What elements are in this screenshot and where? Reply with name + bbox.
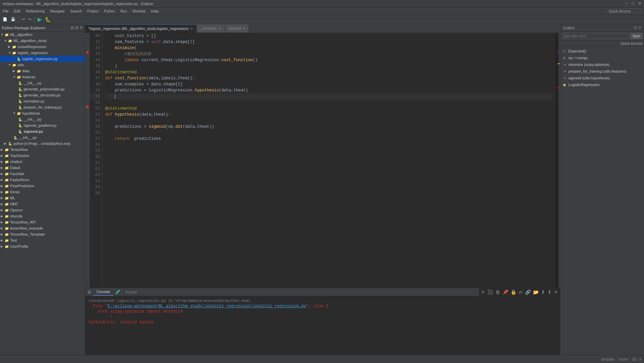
console-error-file[interactable]: File "E:\eclipse-workspace\ML_algorithm_… xyxy=(88,304,557,309)
toolbar-redo[interactable]: ↪ xyxy=(27,16,33,22)
sidebar-item-utils[interactable]: ▼ 📁 utils xyxy=(0,62,85,68)
outline-label-prepare: prepare_for_training (utils.features) xyxy=(568,69,626,73)
sidebar-item-ml[interactable]: ▶ 📁 ML xyxy=(0,195,85,201)
sidebar-item-shurufa[interactable]: ▶ 📁 shurufa xyxy=(0,213,85,219)
tab-close-minimize[interactable]: ✕ xyxy=(218,27,221,30)
menu-search[interactable]: Search xyxy=(67,7,84,14)
tab-logistic-regression[interactable]: *logistic_regression (ML_algorithm_study… xyxy=(85,24,197,33)
sidebar-item-chatbot[interactable]: ▶ 📁 chatbot xyxy=(0,159,85,165)
sidebar-item-sigmoid-grad[interactable]: 🐍 sigmoid_gradient.py xyxy=(0,122,85,128)
sidebar-item-ml-algorithm[interactable]: ▼ 📁 ML_algorithm xyxy=(0,32,85,38)
console-open-btn[interactable]: 📂 xyxy=(532,289,539,295)
sidebar-item-tensorflow-example[interactable]: ▶ 📁 tensorflow_example xyxy=(0,225,85,231)
sidebar-item-test[interactable]: ▶ 📁 Test xyxy=(0,237,85,243)
tab-close-logistic[interactable]: ✕ xyxy=(190,27,193,31)
menu-pydev[interactable]: PyDev xyxy=(102,7,118,14)
sidebar-item-prepare[interactable]: 🐍 prepare_for_training.py xyxy=(0,104,85,110)
folder-icon: 📁 xyxy=(11,44,17,49)
menu-window[interactable]: Window xyxy=(130,7,148,14)
folder-icon: 📁 xyxy=(4,165,9,170)
quick-access-label[interactable]: Quick Access xyxy=(606,8,641,14)
console-maximize-btn[interactable]: ⬆ xyxy=(547,289,552,295)
sidebar-item-linear-regression[interactable]: ▶ 📁 LinearRegression xyxy=(0,44,85,50)
sidebar-item-logistic-regression-py[interactable]: ▶ 🐍 logistic_regression.py xyxy=(0,56,85,62)
sidebar-item-ml-algorithm-study[interactable]: ▼ 📁 ML_algorithm_study xyxy=(0,38,85,44)
console-clear-btn[interactable]: ✕ xyxy=(480,289,486,295)
sidebar-item-topsolution[interactable]: ▶ 📁 TopSolution xyxy=(0,153,85,159)
outline-item-prepare[interactable]: ⇥ prepare_for_training (utils.features) xyxy=(562,68,643,75)
menu-project[interactable]: Project xyxy=(84,7,101,14)
menu-navigate[interactable]: Navigate xyxy=(47,7,67,14)
console-terminate-btn[interactable]: ⬛ xyxy=(487,289,494,295)
sidebar-item-init-utils[interactable]: 🐍 __init__.py xyxy=(0,134,85,140)
console-close-btn[interactable]: ✕ xyxy=(553,289,559,295)
console-pin-btn[interactable]: 📌 xyxy=(502,289,509,295)
sidebar-item-generate-poly[interactable]: 🐍 generate_polynomials.py xyxy=(0,86,85,92)
outline-item-logistic-class[interactable]: ◆ LogisticRegression xyxy=(562,81,643,88)
sidebar-item-fasterrcnn[interactable]: ▶ 📁 FasterRcnn xyxy=(0,177,85,183)
console-word-wrap-btn[interactable]: ⇄ xyxy=(518,289,523,295)
sidebar-item-nmt[interactable]: ▶ 📁 NMT xyxy=(0,201,85,207)
sidebar-item-facenet[interactable]: ▶ 📁 FaceNet xyxy=(0,171,85,177)
expand-icon: ▼ xyxy=(13,75,16,79)
sidebar: PyDev Package Explorer ⊟ ⇄ ✕ ▼ 📁 ML_algo… xyxy=(0,24,85,355)
tab-minimize[interactable]: _minimize ✕ xyxy=(197,24,225,33)
sidebar-sync-btn[interactable]: ⇄ xyxy=(75,26,78,30)
sidebar-item-keras[interactable]: ▶ 📁 Keras xyxy=(0,189,85,195)
sidebar-close-btn[interactable]: ✕ xyxy=(80,26,83,30)
menu-edit[interactable]: Edit xyxy=(11,7,23,14)
toolbar-run[interactable]: ▶ xyxy=(36,15,43,23)
sidebar-item-sigmoid-py[interactable]: 🐍 sigmoid.py xyxy=(0,128,85,134)
outline-filter-input[interactable] xyxy=(562,33,629,39)
sidebar-item-init-features[interactable]: 🐍 __init__.py xyxy=(0,80,85,86)
console-file-link[interactable]: E:\eclipse-workspace\ML_algorithm_study\… xyxy=(108,304,307,309)
folder-icon: 📁 xyxy=(16,111,22,116)
sidebar-item-generate-sin[interactable]: 🐍 generate_sinusoids.py xyxy=(0,92,85,98)
console-remove-btn[interactable]: 🗑 xyxy=(495,289,501,295)
menu-run[interactable]: Run xyxy=(118,7,130,14)
menu-refactoring[interactable]: Refactoring xyxy=(23,7,47,14)
sidebar-item-init-hyp[interactable]: 🐍 __init__.py xyxy=(0,116,85,122)
tab-close-sigmoid[interactable]: ✕ xyxy=(243,27,245,30)
outline-item-expected[interactable]: ⬡ Expected() xyxy=(562,48,643,54)
outline-item-minimize[interactable]: ⇥ minimize (scipy.optimize) xyxy=(562,61,643,68)
sidebar-item-dataa[interactable]: ▶ 📁 DataA xyxy=(0,165,85,171)
code-area[interactable]: cost_history = [] num_features = self.da… xyxy=(103,33,555,288)
sidebar-item-flowprediction[interactable]: ▶ 📁 FlowPrediction xyxy=(0,183,85,189)
sidebar-item-logistic-regression[interactable]: ▼ 📁 logistic_regression xyxy=(0,50,85,56)
tab-console[interactable]: Console xyxy=(93,288,113,296)
tab-label-sigmoid: sigmoid xyxy=(228,26,241,30)
sidebar-item-tensorflow-api[interactable]: ▶ 📁 Tensorflow_API xyxy=(0,219,85,225)
outline-close-btn[interactable]: ✕ xyxy=(638,26,641,30)
outline-item-np[interactable]: ≡ np = numpy xyxy=(562,54,643,61)
tab-sigmoid[interactable]: sigmoid ✕ xyxy=(225,24,249,33)
outline-start-btn[interactable]: Start xyxy=(630,33,643,39)
sidebar-item-tensorflow-template[interactable]: ▶ 📁 Tensorflow_Template xyxy=(0,231,85,237)
menu-file[interactable]: File xyxy=(0,7,11,14)
folder-icon: 📁 xyxy=(4,177,9,183)
tab-pyunit[interactable]: PyUnit xyxy=(122,288,140,296)
sidebar-item-data[interactable]: ▶ 📁 data xyxy=(0,68,85,74)
sidebar-item-opencv[interactable]: ▶ 📁 Opencv xyxy=(0,207,85,213)
toolbar-new[interactable]: 📄 xyxy=(1,16,9,22)
sidebar-collapse-btn[interactable]: ⊟ xyxy=(71,26,74,30)
outline-item-sigmoid-import[interactable]: ⇥ sigmoid (utils.hypothesis) xyxy=(562,75,643,81)
toolbar-undo[interactable]: ↩ xyxy=(21,16,26,22)
toolbar-debug[interactable]: 🐛 xyxy=(44,16,52,23)
sidebar-item-python-env[interactable]: ▶ 🐍 python [e:\Progr... conda3\python.ex… xyxy=(0,140,85,147)
sidebar-item-normalize[interactable]: 🐍 normalize.py xyxy=(0,98,85,104)
toolbar-save[interactable]: 💾 xyxy=(9,16,17,22)
sidebar-item-hypothesis[interactable]: ▼ 📁 hypothesis xyxy=(0,110,85,116)
sidebar-item-userprofile[interactable]: ▶ 📁 UserProfile xyxy=(0,243,85,249)
code-line-46: @staticmethod xyxy=(105,69,553,75)
console-minimize-btn[interactable]: ⬇ xyxy=(540,289,546,295)
menu-help[interactable]: Help xyxy=(148,7,161,14)
sidebar-item-features[interactable]: ▼ 📁 features xyxy=(0,74,85,80)
maximize-btn[interactable]: □ xyxy=(632,1,634,6)
console-link-btn[interactable]: 🔗 xyxy=(524,289,531,295)
close-btn[interactable]: ✕ xyxy=(638,1,641,6)
console-scroll-lock-btn[interactable]: 🔒 xyxy=(510,289,517,295)
outline-collapse-btn[interactable]: ⊟ xyxy=(634,26,637,30)
sidebar-item-tensorflow[interactable]: ▶ 📁 Tensorflow xyxy=(0,147,85,153)
minimize-btn[interactable]: ─ xyxy=(626,1,628,6)
